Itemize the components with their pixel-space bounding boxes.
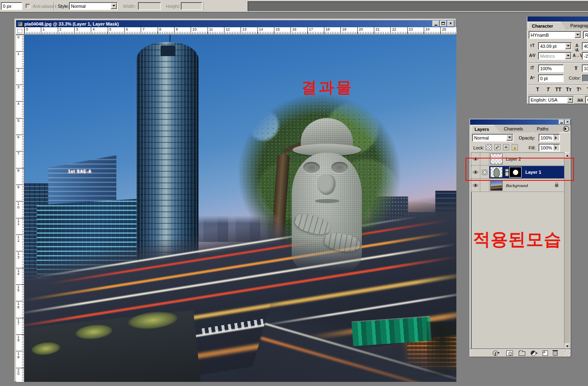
layer-row-background[interactable]: Background [471, 179, 564, 192]
faux-italic-button[interactable]: T [543, 87, 553, 92]
font-style-dropdown[interactable]: Regu [583, 31, 588, 39]
link-column[interactable] [480, 153, 489, 165]
subscript-button[interactable]: T₁ [585, 87, 588, 92]
ruler-origin[interactable] [16, 27, 24, 34]
tab-character[interactable]: Character [528, 22, 566, 29]
dropdown-arrow-icon[interactable] [574, 32, 581, 38]
color-label: Color: [568, 76, 582, 81]
faux-bold-button[interactable]: T [533, 87, 542, 92]
baseline-shift-field[interactable]: 0 pt [538, 74, 564, 82]
horizontal-ruler[interactable]: 0123456789101112131415161718192021222324… [24, 27, 456, 34]
visibility-toggle[interactable] [471, 153, 480, 165]
ruler-number: 4 [17, 102, 20, 106]
style-dropdown[interactable]: Normal [69, 2, 118, 10]
layer-thumbnail[interactable] [490, 167, 503, 178]
close-button[interactable]: × [447, 21, 454, 26]
visibility-toggle[interactable] [471, 166, 480, 178]
dropdown-arrow-icon[interactable] [565, 43, 571, 49]
layer-mask-thumbnail[interactable] [509, 167, 522, 178]
height-input[interactable] [181, 2, 202, 10]
add-layer-mask-button[interactable] [506, 350, 513, 356]
layers-scrollbar[interactable] [564, 152, 570, 349]
palette-menu-button[interactable] [563, 126, 569, 132]
tab-paths[interactable]: Paths [534, 125, 559, 133]
visibility-toggle[interactable] [471, 179, 480, 192]
anti-alias-dropdown[interactable]: Cr [585, 96, 588, 104]
tab-layers[interactable]: Layers [471, 125, 500, 133]
new-group-button[interactable] [519, 351, 525, 356]
ruler-number: 12 [17, 235, 20, 242]
tab-channels[interactable]: Channels [501, 125, 533, 133]
tower-crown [161, 45, 175, 56]
mask-edit-indicator[interactable] [480, 166, 489, 178]
dropdown-arrow-icon[interactable] [567, 97, 573, 103]
statue-hand [323, 231, 361, 254]
tracking-field[interactable]: -25 [582, 52, 588, 60]
ruler-number: 16 [292, 28, 297, 31]
vertical-ruler[interactable]: 01234567891011121314151617181920 [16, 35, 24, 382]
minimize-icon [435, 25, 437, 26]
layer-row-layer2[interactable]: Layer 2 [471, 153, 564, 166]
lock-pixels-icon[interactable]: 🖉 [494, 144, 501, 150]
ruler-number: 20 [17, 369, 20, 376]
small-caps-button[interactable]: Tᴛ [564, 87, 573, 92]
dropdown-arrow-icon[interactable] [111, 3, 117, 9]
text-color-swatch[interactable] [582, 75, 588, 82]
all-caps-button[interactable]: TT [554, 87, 563, 92]
mask-link-icon[interactable] [504, 168, 508, 176]
adjustment-layer-button[interactable] [531, 350, 536, 356]
dropdown-arrow-icon[interactable] [506, 135, 512, 141]
ruler-number: 8 [17, 169, 20, 173]
character-palette-titlebar[interactable] [527, 17, 588, 21]
scroll-down-button[interactable] [564, 343, 570, 349]
new-layer-button[interactable] [543, 350, 548, 356]
lock-all-icon[interactable]: 🔒 [512, 144, 518, 150]
resize-grip[interactable] [564, 350, 570, 356]
palette-minimize-button[interactable] [559, 120, 564, 124]
scroll-up-button[interactable] [564, 152, 570, 158]
font-family-dropdown[interactable]: HYnamB [529, 31, 581, 39]
minimize-button[interactable] [432, 21, 439, 26]
maximize-button[interactable] [440, 21, 446, 26]
delete-layer-button[interactable] [553, 351, 557, 356]
lock-position-icon[interactable]: ✛ [503, 144, 509, 150]
layer-style-button[interactable]: f [493, 350, 498, 356]
layers-palette-titlebar[interactable]: × [470, 119, 571, 125]
lock-transparency-icon[interactable] [486, 144, 492, 150]
fill-value: 100% [541, 145, 552, 150]
fill-field[interactable]: 100% [538, 144, 560, 152]
scroll-down-icon [566, 346, 569, 348]
document-titlebar[interactable]: pla04048.jpg @ 33.3% (Layer 1, Layer Mas… [16, 20, 455, 27]
opacity-slider-button[interactable] [554, 135, 559, 141]
layer-name[interactable]: Layer 1 [525, 170, 541, 175]
language-dropdown[interactable]: English: USA [529, 96, 574, 104]
tolerance-input[interactable]: 0 px [1, 2, 22, 10]
opacity-field[interactable]: 100% [538, 134, 560, 142]
layer-row-layer1-selected[interactable]: Layer 1 [471, 166, 564, 179]
layer-thumbnail[interactable] [490, 180, 503, 191]
link-column[interactable] [480, 179, 489, 192]
blend-mode-dropdown[interactable]: Normal [472, 134, 513, 142]
vertical-scale-field[interactable]: 100% [538, 64, 564, 72]
ruler-number: 9 [175, 28, 178, 31]
leading-field[interactable]: 40. [582, 42, 588, 50]
kerning-dropdown[interactable]: Metrics [538, 52, 572, 60]
width-input[interactable] [138, 2, 161, 10]
palette-close-button[interactable]: × [565, 120, 570, 124]
channels-tab-label: Channels [504, 126, 523, 131]
superscript-button[interactable]: T¹ [574, 87, 583, 92]
dropdown-arrow-icon[interactable] [565, 53, 571, 59]
ruler-number: 21 [375, 28, 380, 31]
anti-aliased-checkbox[interactable] [26, 4, 30, 8]
ruler-number: 3 [76, 28, 78, 31]
tab-paragraph[interactable]: Paragraph [567, 22, 588, 29]
layer-name[interactable]: Layer 2 [506, 156, 521, 161]
layer-thumbnail[interactable] [490, 154, 503, 164]
horizontal-scale-field[interactable]: 100 [582, 64, 588, 72]
ruler-number: 11 [209, 28, 213, 31]
fill-slider-button[interactable] [554, 144, 559, 151]
font-size-field[interactable]: 43.09 pt [538, 42, 572, 50]
layer-name[interactable]: Background [506, 183, 528, 188]
canvas[interactable]: 1st SAE-A 제일화재 [24, 35, 456, 382]
separator [527, 62, 588, 63]
